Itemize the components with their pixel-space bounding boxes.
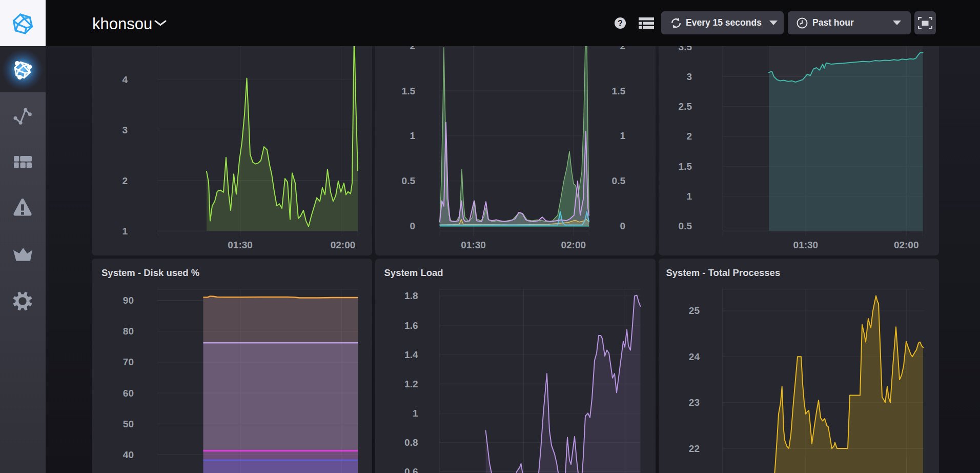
svg-text:System - Disk used %: System - Disk used % <box>101 267 199 278</box>
svg-text:22: 22 <box>689 443 700 454</box>
svg-text:25: 25 <box>689 305 700 316</box>
svg-text:0: 0 <box>410 221 415 231</box>
svg-text:01:30: 01:30 <box>461 240 486 250</box>
svg-text:0.5: 0.5 <box>402 175 416 186</box>
svg-text:0.5: 0.5 <box>612 175 626 186</box>
svg-text:01:30: 01:30 <box>228 240 253 250</box>
svg-text:3: 3 <box>686 71 692 82</box>
svg-text:3: 3 <box>122 125 128 135</box>
svg-text:0.6: 0.6 <box>404 466 418 473</box>
svg-text:90: 90 <box>123 295 134 306</box>
svg-text:0.5: 0.5 <box>679 221 692 231</box>
svg-text:1.8: 1.8 <box>404 290 418 301</box>
svg-text:02:00: 02:00 <box>561 240 586 250</box>
svg-text:50: 50 <box>123 419 134 429</box>
svg-text:1: 1 <box>686 191 692 202</box>
svg-text:24: 24 <box>689 351 700 362</box>
svg-text:1.4: 1.4 <box>404 349 418 360</box>
svg-text:23: 23 <box>689 397 700 408</box>
svg-text:01:30: 01:30 <box>793 240 819 250</box>
svg-text:2: 2 <box>686 131 692 142</box>
svg-text:System - Total Processes: System - Total Processes <box>666 267 780 278</box>
svg-text:1: 1 <box>410 130 415 141</box>
svg-text:1.2: 1.2 <box>404 379 418 389</box>
svg-text:02:00: 02:00 <box>894 240 919 250</box>
svg-text:1.5: 1.5 <box>402 86 416 96</box>
svg-text:02:00: 02:00 <box>331 240 356 250</box>
svg-text:1: 1 <box>413 408 418 419</box>
svg-text:0: 0 <box>620 221 625 231</box>
svg-text:1.6: 1.6 <box>404 320 418 331</box>
svg-text:70: 70 <box>123 357 134 367</box>
svg-text:2.5: 2.5 <box>679 101 692 112</box>
svg-text:1: 1 <box>122 226 128 236</box>
svg-text:4: 4 <box>122 74 128 85</box>
svg-text:0.8: 0.8 <box>404 437 418 448</box>
svg-text:System Load: System Load <box>384 267 443 278</box>
svg-text:80: 80 <box>123 326 134 337</box>
svg-text:40: 40 <box>123 449 134 460</box>
svg-text:1.5: 1.5 <box>612 86 626 96</box>
svg-text:1: 1 <box>620 130 625 141</box>
svg-text:60: 60 <box>123 388 134 399</box>
svg-text:1.5: 1.5 <box>679 161 692 172</box>
svg-text:2: 2 <box>122 175 128 186</box>
